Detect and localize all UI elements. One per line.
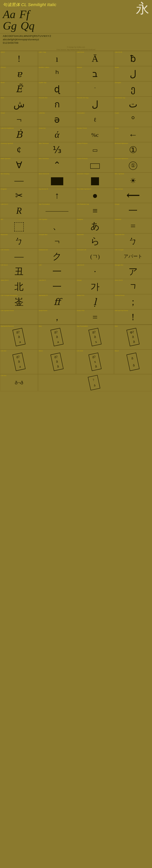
- cell-latin-ext-a: Latin Ext A Ā: [76, 51, 114, 66]
- cell-enclosed-alpha2: Enclosed Alphanum ①: [114, 157, 152, 173]
- cell-cjk-radicals: CJK Radicals Sup ≡: [76, 203, 114, 218]
- cell-sup-arrows-b: Sup Arrows B ↑: [38, 188, 76, 203]
- cell-misc-arrows: Misc Arrows ⟵: [114, 188, 152, 203]
- digits: 0123456789: [3, 41, 149, 45]
- cell-jamo-ext-a: Jamo Ext A 北: [0, 279, 38, 294]
- cell-lam-ext-s: Lam Ext S 一: [38, 279, 76, 294]
- rotated-grid: Alphabetic/Numeric ð? ð a Misc ð? ð a Su…: [0, 325, 152, 349]
- cell-seric: Seric ش: [0, 96, 38, 112]
- bottom-cell-label: CJK Ext ð¬ð: [0, 374, 38, 391]
- cell-alphabetic-pf: Alphabetic Pf ﬀ: [38, 294, 76, 309]
- cell-currency: Currency Symbols ¢: [0, 142, 38, 157]
- rotated-cell-3: Sup Punctuation ð? ð x: [76, 325, 114, 349]
- cell-vertical-forms: Vertical Forms ；: [114, 294, 152, 309]
- chars-grid: ASCII ! Latin / Sup ı Latin Ext A Ā Lati…: [0, 51, 152, 324]
- cell-ziwugao: Ziwugao Ent ア: [114, 264, 152, 279]
- cell-ipa-ext: IPA Ext ɐ: [0, 66, 38, 81]
- cell-compat-ideo: Compat Ideo ¬: [38, 233, 76, 249]
- cell-phonetic-ext-sup: Phonetic Ext Sup ل: [76, 96, 114, 112]
- cell-box-drawing: Box Drawing —: [0, 173, 38, 188]
- cell-hebrew: Hebrew ב: [76, 66, 114, 81]
- bottom-cell-chars: ? ð: [38, 374, 152, 391]
- cell-latin-sup: Latin / Sup ı: [38, 51, 76, 66]
- rotated-grid-2: CJK Ext ð? ð a Misc2 ð? ð ð CJK Ext2 ð?: [0, 349, 152, 374]
- cell-coptic: Coptic °: [114, 112, 152, 127]
- cell-cjk-symbol-forms: CJK Symbol Forms: [0, 309, 38, 324]
- cell-kangxi: Kangxi 一: [114, 203, 152, 218]
- cell-arabic-pf-b: Arabic Pf B =: [76, 309, 114, 324]
- rotated-cell-6: Misc2 ð? ð ð: [38, 349, 76, 374]
- alphabet-upper: ABCDEFGHIJKLMNOPQRSTUVWXYZ: [3, 34, 149, 38]
- cell-hangul: Hangul 가: [76, 279, 114, 294]
- rotated-cell-8: Misc3 ð ð: [114, 349, 152, 374]
- rotated-section: Alphabetic/Numeric ð? ð a Misc ð? ð a Su…: [0, 324, 152, 391]
- cell-bopomofo2: Bopomofo ら: [76, 233, 114, 249]
- source: Font Source: http://www.fontke.com/font/…: [0, 49, 152, 51]
- cell-misc-math-b: Misc Math Symbols B ●: [76, 188, 114, 203]
- cell-greek: Greek ¬: [0, 112, 38, 127]
- cell-half-full: Half and Full Forms ！: [114, 309, 152, 324]
- sample-chars: Aa Ff Gg Qq: [3, 8, 56, 31]
- cell-cjk-ext-a: CJK Ext A 丑: [0, 264, 38, 279]
- cell-cjk-compat: CJK Compat アパート: [114, 249, 152, 264]
- cell-cjk-strokes: CJK Strokes —: [0, 249, 38, 264]
- alphabet-lower: abcdefghijklmnopqrstuvwxyz: [3, 38, 149, 41]
- cell-misc-technical2: Misc Technical ⌃: [38, 157, 76, 173]
- cell-enclosed-alphanum: Enclosed Alphanum ①: [114, 142, 152, 157]
- cell-bopomofo-ext: Bopomofo Ext ㄅ: [114, 233, 152, 249]
- cell-yap: Yap ˆ: [76, 81, 114, 96]
- cell-greek-ext: Greek Ext ά: [38, 127, 76, 142]
- cell-math-operator: Math Operator ∀: [0, 157, 38, 173]
- cell-control2: Control Pictures: [76, 157, 114, 173]
- chinese-character: 永: [136, 2, 149, 15]
- cell-cjk: CJK 一: [38, 264, 76, 279]
- cell-cjk-compat-ideo: CJK Compat Ideographs 崟: [0, 294, 38, 309]
- sample-qq: Qq: [21, 20, 34, 31]
- cell-latin-ext-additional: Latin Ext Additional Ḃ: [0, 127, 38, 142]
- cell-latin-ext-c: Latin Ext C R: [0, 203, 38, 218]
- sample-aa: Aa: [3, 8, 16, 20]
- cell-number-forms2: Number Forms %c: [76, 127, 114, 142]
- cell-bopomofo: Bopomofo ㄅ: [0, 233, 38, 249]
- cell-number-forms: Punctuation ℓ: [76, 112, 114, 127]
- cell-jamo-ext-b: Jamo Ext B ᆨ: [114, 279, 152, 294]
- cell-phonetic-ext: Phonetic Ext ก: [38, 96, 76, 112]
- cell-misc-technical: Misc Technical ⅓: [38, 142, 76, 157]
- cell-sup-punctuation: Sup Punctuation ————: [38, 203, 76, 218]
- cell-latin-ext-d: Latin Ext D ·: [76, 264, 114, 279]
- cell-diacriticals: Diacriticals Sup ت: [114, 96, 152, 112]
- cell-dingbats: Dingbats ✂: [0, 188, 38, 203]
- cell-runic: Runic Ẽ: [0, 81, 38, 96]
- cell-geometric: Geometric Shapes: [76, 173, 114, 188]
- cell-cjk-symbol: CJK Symbol 、: [38, 218, 76, 233]
- cell-control-pictures: Control Pictures ▭: [76, 142, 114, 157]
- rotated-cell-4: Misc Φ? ð ð: [114, 325, 152, 349]
- cell-katakana-ext: Katakana Ext ク: [38, 249, 76, 264]
- cell-small-forms: Small Forms ，: [38, 309, 76, 324]
- font-title: 句读黑体 CL Semilight Italic: [3, 2, 56, 8]
- rotated-cell-7: CJK Ext2 ð? x ð: [76, 349, 114, 374]
- cell-enclosed-cjk: Enclosed CJK (ㄱ): [76, 249, 114, 264]
- cell-arrows: Arrow ←: [114, 127, 152, 142]
- rotated-cell-1: Alphabetic/Numeric ð? ð a: [0, 325, 38, 349]
- cell-letterlike: Letterlike ə: [38, 112, 76, 127]
- rotated-cell-5: CJK Ext ð? ð a: [0, 349, 38, 374]
- cell-misc-symbols: Misc Symbols ☀: [114, 173, 152, 188]
- credit: © Design by fontke.com: [0, 46, 152, 49]
- cell-latin-ext-b: Latin Ext B ƀ: [114, 51, 152, 66]
- header: 句读黑体 CL Semilight Italic Aa Ff Gg Qq 永: [0, 0, 152, 32]
- rotated-cell-2: Misc ð? ð a: [38, 325, 76, 349]
- sample-ff: Ff: [20, 8, 29, 20]
- cell-block-elements: Block Elements: [38, 173, 76, 188]
- bottom-row: CJK Ext ð¬ð ? ð: [0, 374, 152, 391]
- cell-arabic: Arabic ﻝ: [114, 66, 152, 81]
- title-area: 句读黑体 CL Semilight Italic Aa Ff Gg Qq: [3, 2, 56, 31]
- cell-georgian: Georgian ე: [114, 81, 152, 96]
- cell-ibc: IBC: [0, 218, 38, 233]
- alphabet-section: ABCDEFGHIJKLMNOPQRSTUVWXYZ abcdefghijklm…: [0, 33, 152, 46]
- cell-ascii: ASCII !: [0, 51, 38, 66]
- cell-modifier: Modifier Letters ʰ: [38, 66, 76, 81]
- sample-gg: Gg: [3, 20, 17, 31]
- page-wrapper: 句读黑体 CL Semilight Italic Aa Ff Gg Qq 永 A…: [0, 0, 152, 391]
- cell-arabic-pf-a: Arabic Pf A ḷ: [76, 294, 114, 309]
